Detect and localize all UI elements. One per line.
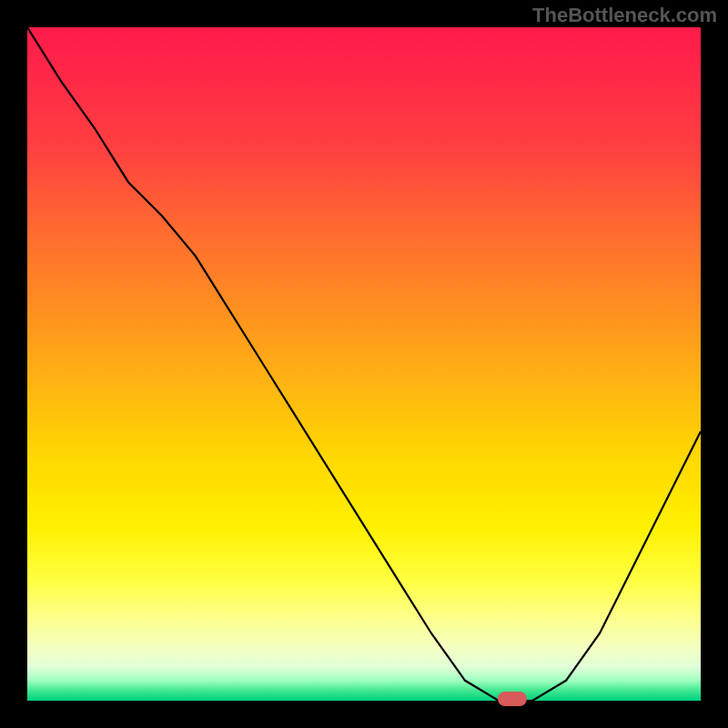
optimal-point-marker bbox=[498, 692, 527, 706]
bottleneck-curve bbox=[27, 27, 701, 701]
chart-plot-area bbox=[27, 27, 701, 701]
watermark-text: TheBottleneck.com bbox=[532, 4, 717, 27]
